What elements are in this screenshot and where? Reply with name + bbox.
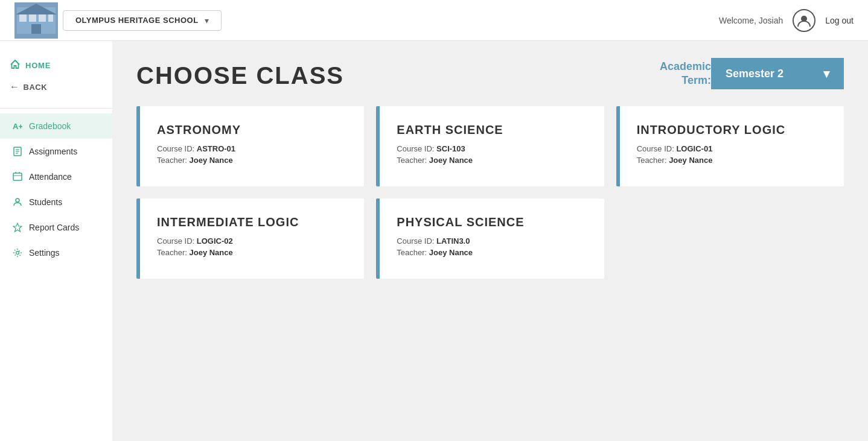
sidebar-nav-top: Home ← Back [0,51,112,106]
welcome-text: Welcome, Josiah [719,16,783,25]
card-course-id: Course ID: SCI-103 [397,144,587,153]
cards-grid: Astronomy Course ID: ASTRO-01 Teacher: J… [136,106,844,279]
class-card-intermediate-logic[interactable]: Intermediate Logic Course ID: LOGIC-02 T… [136,198,364,279]
sidebar-label-gradebook: Gradebook [29,121,71,131]
term-value: Semester 2 [726,68,783,80]
school-logo [14,2,58,39]
page-header: Choose Class Academic Term: Semester 2 ▾ [136,58,844,89]
card-teacher: Teacher: Joey Nance [397,248,587,257]
card-course-id: Course ID: ASTRO-01 [157,144,347,153]
svg-rect-4 [39,14,46,22]
term-label: Academic Term: [660,60,711,88]
svg-point-20 [16,252,19,255]
svg-text:A+: A+ [13,122,22,131]
dropdown-chevron-icon: ▾ [205,16,209,25]
back-arrow-icon: ← [10,81,20,92]
term-dropdown[interactable]: Semester 2 ▾ [711,58,844,89]
svg-rect-14 [13,173,22,180]
card-teacher: Teacher: Joey Nance [397,156,587,165]
student-icon [12,197,23,208]
card-title: Introductory Logic [637,123,827,137]
sidebar-label-students: Students [29,197,62,207]
page-title: Choose Class [136,62,344,89]
sidebar-label-attendance: Attendance [29,172,72,182]
class-card-introductory-logic[interactable]: Introductory Logic Course ID: LOGIC-01 T… [616,106,844,186]
sidebar-home[interactable]: Home [10,56,103,75]
header-right: Welcome, Josiah Log out [719,9,854,32]
card-title: Intermediate Logic [157,215,347,229]
school-selector[interactable]: Olympus Heritage School ▾ [63,10,222,31]
sidebar-label-settings: Settings [29,248,60,258]
card-title: Astronomy [157,123,347,137]
sidebar-item-report-cards[interactable]: Report Cards [0,215,112,240]
card-teacher: Teacher: Joey Nance [157,156,347,165]
svg-rect-3 [29,14,36,22]
header-left: Olympus Heritage School ▾ [14,2,222,39]
card-title: Earth Science [397,123,587,137]
svg-rect-5 [48,14,53,22]
sidebar-divider [0,108,112,109]
sidebar-item-attendance[interactable]: Attendance [0,164,112,189]
grade-icon: A+ [12,121,23,132]
sidebar-back[interactable]: ← Back [10,78,103,96]
card-teacher: Teacher: Joey Nance [637,156,827,165]
home-label: Home [25,61,51,70]
header: Olympus Heritage School ▾ Welcome, Josia… [0,0,868,41]
term-selector-wrapper: Academic Term: Semester 2 ▾ [660,58,844,89]
card-title: Physical Science [397,215,587,229]
svg-point-18 [16,198,19,202]
settings-icon [12,247,23,258]
back-label: Back [24,83,48,92]
sidebar-menu: A+ Gradebook Assignments [0,111,112,268]
sidebar-item-students[interactable]: Students [0,189,112,215]
card-course-id: Course ID: LOGIC-02 [157,236,347,246]
sidebar-item-assignments[interactable]: Assignments [0,139,112,164]
layout: Home ← Back A+ Gradebook [0,41,868,441]
svg-rect-2 [19,14,27,22]
sidebar-label-report-cards: Report Cards [29,223,79,232]
school-name: Olympus Heritage School [75,16,199,25]
logout-button[interactable]: Log out [825,16,854,25]
attendance-icon [12,171,23,182]
sidebar-item-gradebook[interactable]: A+ Gradebook [0,113,112,139]
class-card-physical-science[interactable]: Physical Science Course ID: LATIN3.0 Tea… [376,198,604,279]
card-course-id: Course ID: LATIN3.0 [397,236,587,246]
class-card-earth-science[interactable]: Earth Science Course ID: SCI-103 Teacher… [376,106,604,186]
svg-rect-6 [31,24,41,34]
sidebar: Home ← Back A+ Gradebook [0,41,112,441]
main-content: Choose Class Academic Term: Semester 2 ▾… [112,41,868,441]
class-card-astronomy[interactable]: Astronomy Course ID: ASTRO-01 Teacher: J… [136,106,364,186]
sidebar-item-settings[interactable]: Settings [0,240,112,265]
star-icon [12,222,23,233]
home-icon [10,59,21,72]
avatar[interactable] [793,9,815,32]
card-teacher: Teacher: Joey Nance [157,248,347,257]
svg-marker-19 [13,223,22,232]
term-chevron-icon: ▾ [823,66,829,81]
sidebar-label-assignments: Assignments [29,147,77,156]
assignment-icon [12,146,23,157]
card-course-id: Course ID: LOGIC-01 [637,144,827,153]
